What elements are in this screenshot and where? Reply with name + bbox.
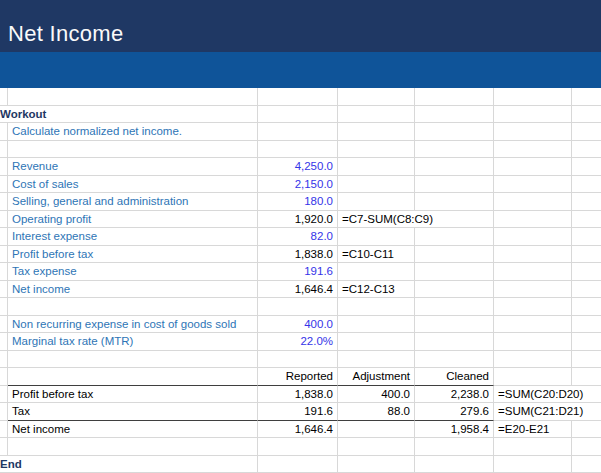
cell-D10-formula[interactable]: =C7-SUM(C8:C9): [338, 211, 494, 229]
cell-D17[interactable]: [338, 333, 415, 351]
cell-C3[interactable]: [258, 88, 338, 106]
cell-C14-value[interactable]: 1,646.4: [258, 281, 338, 299]
cell-D18[interactable]: [338, 351, 415, 369]
cell-D4[interactable]: [338, 106, 415, 124]
cell-C9-value[interactable]: 180.0: [258, 193, 338, 211]
cell-A17[interactable]: [0, 333, 8, 351]
cell-F24[interactable]: [494, 456, 572, 473]
cell-E12[interactable]: [415, 246, 494, 264]
cell-F13[interactable]: [494, 263, 572, 281]
cell-B18[interactable]: [8, 351, 258, 369]
cell-B6[interactable]: [8, 141, 258, 159]
cell-A16[interactable]: [0, 316, 8, 334]
cell-D14-formula[interactable]: =C12-C13: [338, 281, 415, 299]
cell-E17[interactable]: [415, 333, 494, 351]
cell-A20[interactable]: [0, 386, 8, 404]
cell-E7[interactable]: [415, 158, 494, 176]
cell-D8[interactable]: [338, 176, 415, 194]
cell-G8[interactable]: [572, 176, 601, 194]
cell-F22-formula[interactable]: =E20-E21: [494, 421, 572, 439]
cell-D9[interactable]: [338, 193, 415, 211]
cell-E16[interactable]: [415, 316, 494, 334]
cell-F17[interactable]: [494, 333, 572, 351]
cell-C7-value[interactable]: 4,250.0: [258, 158, 338, 176]
cell-E13[interactable]: [415, 263, 494, 281]
cell-B13-tax-expense[interactable]: Tax expense: [8, 263, 258, 281]
cell-C8-value[interactable]: 2,150.0: [258, 176, 338, 194]
cell-C22-reported[interactable]: 1,646.4: [258, 421, 338, 439]
cell-A6[interactable]: [0, 141, 8, 159]
cell-A13[interactable]: [0, 263, 8, 281]
cell-E8[interactable]: [415, 176, 494, 194]
column-header-adjustment[interactable]: Adjustment: [338, 368, 415, 386]
cell-E22-cleaned[interactable]: 1,958.4: [415, 421, 494, 439]
cell-C23[interactable]: [258, 438, 338, 456]
cell-C20-reported[interactable]: 1,838.0: [258, 386, 338, 404]
cell-D13[interactable]: [338, 263, 415, 281]
cell-A10[interactable]: [0, 211, 8, 229]
cell-E20-cleaned[interactable]: 2,238.0: [415, 386, 494, 404]
cell-C21-reported[interactable]: 191.6: [258, 403, 338, 421]
cell-B5-calculate-normalized-net-income[interactable]: Calculate normalized net income.: [8, 123, 258, 141]
cell-G4[interactable]: [572, 106, 601, 124]
cell-E18[interactable]: [415, 351, 494, 369]
cell-C11-value[interactable]: 82.0: [258, 228, 338, 246]
cell-F15[interactable]: [494, 298, 572, 316]
cell-B7-revenue[interactable]: Revenue: [8, 158, 258, 176]
cell-G24[interactable]: [572, 456, 601, 473]
cell-A9[interactable]: [0, 193, 8, 211]
cell-E4[interactable]: [415, 106, 494, 124]
cell-F5[interactable]: [494, 123, 572, 141]
cell-D16[interactable]: [338, 316, 415, 334]
cell-A11[interactable]: [0, 228, 8, 246]
cell-F20-formula[interactable]: =SUM(C20:D20): [494, 386, 601, 404]
cell-F3[interactable]: [494, 88, 572, 106]
cell-C13-value[interactable]: 191.6: [258, 263, 338, 281]
cell-D20-adjustment[interactable]: 400.0: [338, 386, 415, 404]
cell-B16-non-recurring-expense-in-cost-of-goods-sold[interactable]: Non recurring expense in cost of goods s…: [8, 316, 258, 334]
cell-G23[interactable]: [572, 438, 601, 456]
cell-F12[interactable]: [494, 246, 572, 264]
cell-F10[interactable]: [494, 211, 572, 229]
cell-B14-net-income[interactable]: Net income: [8, 281, 258, 299]
cell-F16[interactable]: [494, 316, 572, 334]
cell-D22-adjustment[interactable]: [338, 421, 415, 439]
cell-G10[interactable]: [572, 211, 601, 229]
cell-G11[interactable]: [572, 228, 601, 246]
cell-G17[interactable]: [572, 333, 601, 351]
cell-G12[interactable]: [572, 246, 601, 264]
cell-G19[interactable]: [572, 368, 601, 386]
cell-E11[interactable]: [415, 228, 494, 246]
cell-B17-marginal-tax-rate-mtr[interactable]: Marginal tax rate (MTR): [8, 333, 258, 351]
cell-G15[interactable]: [572, 298, 601, 316]
cell-F4[interactable]: [494, 106, 572, 124]
cell-C18[interactable]: [258, 351, 338, 369]
cell-D21-adjustment[interactable]: 88.0: [338, 403, 415, 421]
cell-B10-operating-profit[interactable]: Operating profit: [8, 211, 258, 229]
cell-G3[interactable]: [572, 88, 601, 106]
cell-A23[interactable]: [0, 438, 8, 456]
cell-G16[interactable]: [572, 316, 601, 334]
cell-D23[interactable]: [338, 438, 415, 456]
cell-G6[interactable]: [572, 141, 601, 159]
cell-A19[interactable]: [0, 368, 8, 386]
cell-F18[interactable]: [494, 351, 572, 369]
cell-A3[interactable]: [0, 88, 8, 106]
cell-G22[interactable]: [572, 421, 601, 439]
cell-E14[interactable]: [415, 281, 494, 299]
cell-G13[interactable]: [572, 263, 601, 281]
cell-C17-value[interactable]: 22.0%: [258, 333, 338, 351]
cell-D24[interactable]: [338, 456, 415, 473]
cell-F21-formula[interactable]: =SUM(C21:D21): [494, 403, 601, 421]
cell-C6[interactable]: [258, 141, 338, 159]
cell-C16-value[interactable]: 400.0: [258, 316, 338, 334]
cell-A15[interactable]: [0, 298, 8, 316]
cell-B12-profit-before-tax[interactable]: Profit before tax: [8, 246, 258, 264]
column-header-reported[interactable]: Reported: [258, 368, 338, 386]
column-header-cleaned[interactable]: Cleaned: [415, 368, 494, 386]
cell-B15[interactable]: [8, 298, 258, 316]
cell-E15[interactable]: [415, 298, 494, 316]
cell-E21-cleaned[interactable]: 279.6: [415, 403, 494, 421]
cell-F14[interactable]: [494, 281, 572, 299]
cell-A12[interactable]: [0, 246, 8, 264]
